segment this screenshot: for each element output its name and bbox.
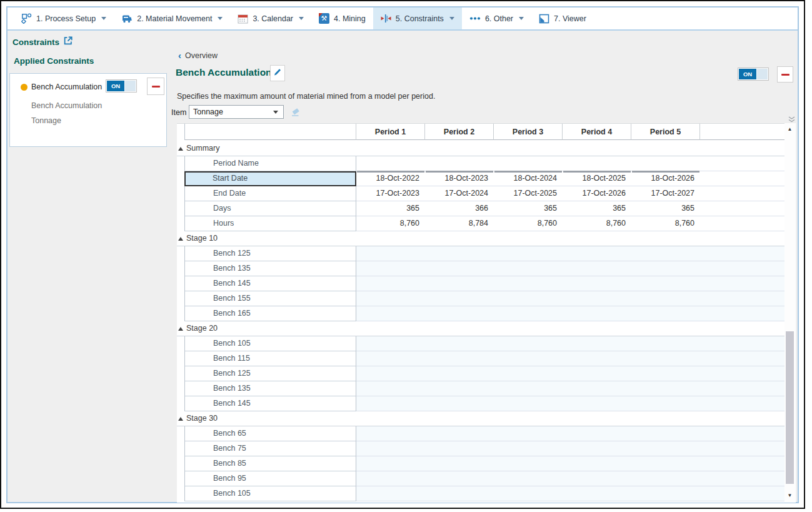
nav-tab-5-constraints[interactable]: 5. Constraints	[373, 8, 462, 29]
grid-cell[interactable]	[631, 351, 700, 366]
card-on-toggle[interactable]: ON	[106, 79, 137, 93]
edit-title-button[interactable]	[270, 65, 285, 81]
row-label-cell[interactable]: Bench 145	[184, 276, 356, 291]
grid-cell[interactable]	[631, 456, 700, 471]
grid-cell[interactable]	[631, 276, 700, 291]
row-label-cell[interactable]: Bench 105	[184, 336, 356, 351]
grid-cell[interactable]: 8,760	[563, 216, 631, 231]
grid-cell[interactable]	[425, 426, 494, 441]
grid-cell[interactable]	[631, 366, 700, 381]
row-label-cell[interactable]: End Date	[184, 186, 356, 201]
grid-cell[interactable]	[563, 351, 631, 366]
nav-tab-7-viewer[interactable]: 7. Viewer	[531, 8, 594, 29]
grid-cell[interactable]	[494, 291, 563, 306]
card-sub-item[interactable]: Tonnage	[31, 116, 61, 125]
row-label-cell[interactable]: Bench 165	[184, 306, 356, 321]
grid-cell[interactable]	[356, 306, 425, 321]
grid-cell[interactable]	[631, 486, 700, 501]
row-label-cell[interactable]: Bench 95	[184, 471, 356, 486]
remove-constraint-button[interactable]	[777, 66, 793, 83]
grid-cell[interactable]	[356, 276, 425, 291]
grid-cell[interactable]	[563, 486, 631, 501]
grid-cell[interactable]: 17-Oct-2026	[563, 186, 631, 201]
scroll-down-arrow-icon[interactable]: ▼	[784, 491, 795, 501]
grid-cell[interactable]	[356, 396, 425, 411]
grid-cell[interactable]	[425, 276, 494, 291]
card-remove-button[interactable]	[147, 78, 164, 95]
row-label-cell[interactable]: Bench 155	[184, 291, 356, 306]
grid-cell[interactable]	[631, 426, 700, 441]
grid-cell[interactable]	[563, 336, 631, 351]
grid-cell[interactable]	[356, 471, 425, 486]
row-label-cell[interactable]: Bench 125	[184, 246, 356, 261]
grid-cell[interactable]	[563, 306, 631, 321]
grid-cell[interactable]	[631, 381, 700, 396]
grid-cell[interactable]: 365	[356, 201, 425, 216]
grid-cell[interactable]	[356, 426, 425, 441]
group-row-stage-30[interactable]: Stage 30	[177, 411, 784, 426]
grid-cell[interactable]: 17-Oct-2023	[356, 186, 425, 201]
grid-cell[interactable]	[563, 381, 631, 396]
grid-cell[interactable]	[425, 456, 494, 471]
grid-cell[interactable]	[356, 291, 425, 306]
scrollbar-thumb[interactable]	[786, 331, 794, 484]
grid-cell[interactable]: 8,784	[425, 216, 494, 231]
vertical-scrollbar[interactable]: ▲ ▼	[784, 123, 795, 503]
grid-cell[interactable]: 18-Oct-2025	[563, 171, 631, 186]
grid-cell[interactable]	[425, 306, 494, 321]
nav-tab-2-material-movement[interactable]: 2. Material Movement	[114, 8, 230, 29]
scroll-up-arrow-icon[interactable]: ▲	[784, 124, 795, 134]
grid-cell[interactable]: 8,760	[356, 216, 425, 231]
grid-cell[interactable]: 8,760	[494, 216, 563, 231]
grid-cell[interactable]	[563, 471, 631, 486]
row-label-cell[interactable]: Bench 135	[184, 261, 356, 276]
row-label-cell[interactable]: Start Date	[184, 171, 356, 186]
grid-cell[interactable]	[356, 351, 425, 366]
nav-tab-4-mining[interactable]: ⚒4. Mining	[311, 8, 373, 29]
grid-cell[interactable]	[563, 426, 631, 441]
grid-cell[interactable]	[494, 276, 563, 291]
grid-cell[interactable]	[631, 261, 700, 276]
grid-cell[interactable]	[563, 456, 631, 471]
grid-cell[interactable]	[425, 396, 494, 411]
group-row-stage-10[interactable]: Stage 10	[177, 231, 784, 246]
grid-cell[interactable]	[425, 351, 494, 366]
grid-cell[interactable]	[563, 156, 631, 171]
grid-cell[interactable]: 365	[494, 201, 563, 216]
row-label-cell[interactable]: Bench 135	[184, 381, 356, 396]
grid-cell[interactable]	[494, 366, 563, 381]
grid-cell[interactable]	[425, 261, 494, 276]
group-row-summary[interactable]: Summary	[177, 141, 784, 156]
grid-cell[interactable]	[563, 261, 631, 276]
grid-cell[interactable]	[563, 396, 631, 411]
grid-cell[interactable]: 17-Oct-2025	[494, 186, 563, 201]
grid-cell[interactable]	[425, 366, 494, 381]
nav-tab-6-other[interactable]: 6. Other	[462, 8, 531, 29]
row-label-cell[interactable]: Hours	[184, 216, 356, 231]
overview-back-link[interactable]: ‹ Overview	[178, 51, 218, 60]
row-label-cell[interactable]: Bench 105	[184, 486, 356, 501]
grid-cell[interactable]	[425, 336, 494, 351]
grid-cell[interactable]	[356, 456, 425, 471]
grid-cell[interactable]	[631, 306, 700, 321]
grid-cell[interactable]: 8,760	[631, 216, 700, 231]
grid-cell[interactable]	[631, 441, 700, 456]
external-link-icon[interactable]	[64, 36, 73, 48]
grid-cell[interactable]	[425, 381, 494, 396]
grid-cell[interactable]	[356, 366, 425, 381]
grid-cell[interactable]: 18-Oct-2023	[425, 171, 494, 186]
grid-cell[interactable]	[356, 156, 425, 171]
grid-cell[interactable]	[631, 471, 700, 486]
grid-cell[interactable]	[356, 336, 425, 351]
grid-cell[interactable]	[563, 366, 631, 381]
grid-cell[interactable]	[494, 381, 563, 396]
grid-cell[interactable]	[494, 441, 563, 456]
grid-cell[interactable]	[494, 396, 563, 411]
row-label-cell[interactable]: Bench 115	[184, 351, 356, 366]
grid-cell[interactable]	[494, 486, 563, 501]
grid-cell[interactable]: 365	[631, 201, 700, 216]
grid-cell[interactable]	[631, 291, 700, 306]
grid-cell[interactable]: 366	[425, 201, 494, 216]
grid-cell[interactable]: 17-Oct-2027	[631, 186, 700, 201]
row-label-cell[interactable]: Days	[184, 201, 356, 216]
